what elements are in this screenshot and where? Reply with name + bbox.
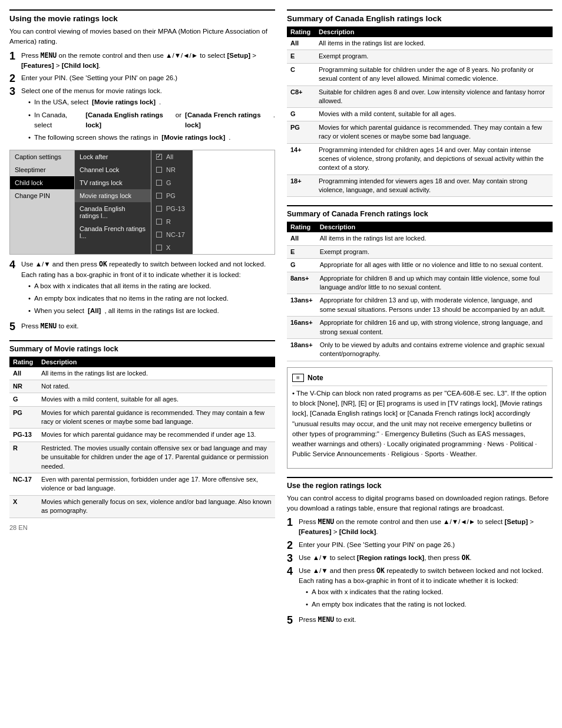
note-icon: ≡ [292, 374, 304, 382]
region-step-2: 2 Enter your PIN. (See 'Setting your PIN… [287, 540, 553, 551]
checkbox-pg [156, 193, 162, 199]
rating-nc17: NC-17 [9, 473, 38, 496]
note-label: Note [308, 373, 323, 383]
checkbox-nr [156, 167, 162, 173]
step-2-content: Enter your PIN. (See 'Setting your PIN' … [21, 73, 275, 84]
rating-x: X [9, 495, 38, 518]
bullet-usa: In the USA, select [Movie ratings lock]. [28, 97, 275, 107]
bullet-box-x: A box with x indicates that all items in… [28, 281, 275, 291]
step-4: 4 Use ▲/▼ and then press OK repeatedly t… [9, 259, 275, 318]
region-step-5: 5 Press MENU to exit. [287, 615, 553, 625]
menu-right-nc17: NC-17 [151, 228, 193, 241]
menu-screenshot: Caption settings Sleeptimer Child lock C… [9, 150, 275, 255]
col-description-fr: Description [316, 222, 553, 232]
menu-right-pg: PG [151, 189, 193, 202]
menu-right-nr: NR [151, 163, 193, 176]
table-row: R Restricted. The movies usually contain… [9, 442, 275, 473]
table-row: C8+ Suitable for children ages 8 and ove… [287, 85, 553, 108]
table-row: NC-17 Even with parental permission, for… [9, 473, 275, 496]
rating-g: G [9, 393, 38, 406]
region-step-3-num: 3 [287, 553, 295, 564]
region-step-4-bullets: A box with x indicates that the rating l… [299, 587, 553, 610]
step-1: 1 Press MENU on the remote control and t… [9, 51, 275, 71]
menu-lock-after: Lock after [75, 150, 151, 163]
step-3-content: Select one of the menus for movie rating… [21, 86, 275, 145]
rating-all: All [9, 367, 38, 380]
canada-french-title: Summary of Canada French ratings lock [287, 205, 553, 218]
note-box: ≡ Note • The V-Chip can block non rated … [287, 367, 553, 469]
table-row: All All items in the ratings list are lo… [9, 367, 275, 380]
step-4-bullets: A box with x indicates that all items in… [21, 281, 275, 317]
bullet-canada: In Canada, select [Canada English rating… [28, 110, 275, 131]
region-step-2-content: Enter your PIN. (See 'Setting your PIN' … [299, 540, 553, 551]
summary-movie-ratings-title: Summary of Movie ratings lock [9, 340, 275, 353]
desc-g: Movies with a mild content, suitable for… [38, 393, 275, 406]
col-rating: Rating [9, 357, 38, 367]
table-row: 14+ Programming intended for children ag… [287, 143, 553, 174]
movie-ratings-table: Rating Description All All items in the … [9, 357, 275, 518]
table-row: 18+ Programming intended for viewers age… [287, 174, 553, 197]
steps-list: 1 Press MENU on the remote control and t… [9, 51, 275, 146]
table-row: 18ans+ Only to be viewed by adults and c… [287, 338, 553, 361]
table-row: G Appropriate for all ages with little o… [287, 259, 553, 272]
region-step-4-num: 4 [287, 566, 295, 612]
right-column: Summary of Canada English ratings lock R… [287, 9, 553, 630]
step-3: 3 Select one of the menus for movie rati… [9, 86, 275, 145]
menu-movie-ratings-lock: Movie ratings lock [75, 189, 151, 202]
step-2-num: 2 [9, 73, 18, 84]
menu-right-all: All [151, 150, 193, 163]
region-step-1-num: 1 [287, 517, 295, 538]
steps-list-continued: 4 Use ▲/▼ and then press OK repeatedly t… [9, 259, 275, 331]
table-row: All All items in the ratings list are lo… [287, 232, 553, 245]
region-ratings-intro: You can control access to digital progra… [287, 493, 553, 514]
bullet-screen: The following screen shows the ratings i… [28, 133, 275, 143]
region-step-1: 1 Press MENU on the remote control and t… [287, 517, 553, 538]
region-step-1-content: Press MENU on the remote control and the… [299, 517, 553, 538]
table-row: NR Not rated. [9, 380, 275, 393]
canada-french-table: Rating Description All All items in the … [287, 222, 553, 361]
menu-caption-settings: Caption settings [10, 150, 74, 163]
step-3-num: 3 [9, 86, 18, 145]
table-row: X Movies which generally focus on sex, v… [9, 495, 275, 518]
table-row: 8ans+ Appropriate for children 8 and up … [287, 272, 553, 294]
menu-child-lock: Child lock [10, 176, 74, 189]
region-step-4: 4 Use ▲/▼ and then press OK repeatedly t… [287, 566, 553, 612]
table-row: 13ans+ Appropriate for children 13 and u… [287, 294, 553, 317]
left-column: Using the movie ratings lock You can con… [9, 9, 275, 630]
page-footer: 28 EN [9, 524, 275, 531]
table-row: E Exempt program. [287, 245, 553, 258]
table-row: G Movies with a mild content, suitable f… [287, 108, 553, 121]
bullet-box-empty: An empty box indicates that no items in … [28, 294, 275, 304]
menu-left-col: Caption settings Sleeptimer Child lock C… [10, 150, 75, 254]
col-rating-fr: Rating [287, 222, 316, 232]
rating-pg: PG [9, 406, 38, 429]
region-step-4-content: Use ▲/▼ and then press OK repeatedly to … [299, 566, 553, 612]
checkbox-x [156, 245, 162, 251]
step-4-content: Use ▲/▼ and then press OK repeatedly to … [21, 259, 275, 318]
menu-empty-1 [10, 202, 74, 208]
bullet-all-locked: When you select [All], all items in the … [28, 306, 275, 316]
col-rating-en: Rating [287, 27, 315, 37]
table-row: 16ans+ Appropriate for children 16 and u… [287, 317, 553, 339]
checkbox-r [156, 219, 162, 225]
desc-nc17: Even with parental permission, forbidden… [38, 473, 275, 496]
rating-nr: NR [9, 380, 38, 393]
menu-canada-english-ratings: Canada English ratings l... [75, 202, 151, 222]
rating-pg13: PG-13 [9, 429, 38, 442]
table-row: PG-13 Movies for which parental guidance… [9, 429, 275, 442]
menu-right-g: G [151, 176, 193, 189]
table-row: PG Movies for which parental guidance is… [9, 406, 275, 429]
region-step-3-content: Use ▲/▼ to select [Region ratings lock],… [299, 553, 553, 564]
region-step-3: 3 Use ▲/▼ to select [Region ratings lock… [287, 553, 553, 564]
menu-right-r: R [151, 215, 193, 228]
menu-right-x: X [151, 241, 193, 254]
menu-mid-col: Lock after Channel Lock TV ratings lock … [75, 150, 151, 254]
desc-r: Restricted. The movies usually contain o… [38, 442, 275, 473]
canada-english-tbody: All All items in the ratings list are lo… [287, 37, 553, 197]
step-4-num: 4 [9, 259, 18, 318]
canada-english-table: Rating Description All All items in the … [287, 27, 553, 197]
section-movie-ratings-title: Using the movie ratings lock [9, 9, 275, 23]
checkbox-nc17 [156, 232, 162, 238]
desc-pg: Movies for which parental guidance is re… [38, 406, 275, 429]
checkbox-all [156, 154, 162, 160]
